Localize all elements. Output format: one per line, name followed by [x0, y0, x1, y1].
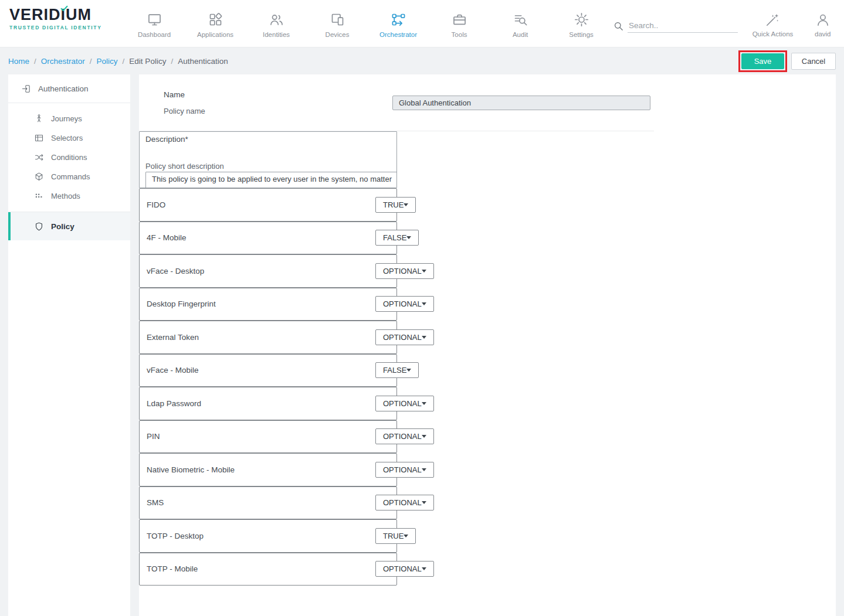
select-value: OPTIONAL — [383, 564, 422, 573]
desktop-fingerprint-select[interactable]: OPTIONAL — [375, 296, 434, 312]
breadcrumb-policy[interactable]: Policy — [97, 57, 118, 66]
name-input[interactable] — [392, 96, 650, 110]
field-labels: vFace - Mobile — [147, 366, 375, 375]
select-value: TRUE — [383, 200, 404, 209]
chevron-down-icon — [422, 435, 426, 438]
field-label: Desktop Fingerprint — [147, 300, 375, 308]
sidebar-header-authentication[interactable]: Authentication — [8, 74, 130, 103]
breadcrumb-separator: / — [123, 57, 125, 66]
field-labels: Desktop Fingerprint — [147, 300, 375, 308]
dashboard-icon — [147, 12, 162, 28]
vface-desktop-select[interactable]: OPTIONAL — [375, 263, 434, 279]
chevron-down-icon — [422, 468, 426, 471]
field-label: TOTP - Mobile — [147, 564, 375, 573]
sidebar-item-selectors[interactable]: Selectors — [8, 128, 130, 148]
audit-icon — [513, 12, 528, 28]
4f-mobile-select[interactable]: FALSE — [375, 230, 419, 246]
page-actions: Save Cancel — [738, 50, 836, 72]
sidebar-header-label: Authentication — [38, 84, 89, 93]
chevron-down-icon — [404, 203, 408, 206]
primary-nav: DashboardApplicationsIdentitiesDevicesOr… — [124, 0, 612, 47]
nav-item-identities[interactable]: Identities — [246, 0, 307, 47]
field-row-totp-mobile: TOTP - MobileOPTIONAL — [139, 553, 397, 586]
cancel-button[interactable]: Cancel — [791, 53, 836, 70]
quick-actions-button[interactable]: Quick Actions — [744, 0, 801, 47]
sidebar-item-commands[interactable]: Commands — [8, 167, 130, 186]
nav-item-label: Applications — [197, 31, 233, 38]
breadcrumb-authentication: Authentication — [178, 57, 228, 66]
select-value: OPTIONAL — [383, 432, 422, 441]
field-label: FIDO — [147, 200, 375, 209]
brand-logo[interactable]: VERIDIUM TRUSTED DIGITAL IDENTITY — [0, 0, 124, 47]
search-input[interactable] — [628, 19, 738, 33]
breadcrumb-separator: / — [90, 57, 92, 66]
sidebar-item-label: Methods — [51, 192, 80, 200]
description-textarea[interactable]: This policy is going to be applied to ev… — [145, 172, 397, 188]
field-labels: vFace - Desktop — [147, 267, 375, 275]
user-menu[interactable]: david — [801, 0, 844, 47]
nav-item-label: Devices — [326, 31, 350, 38]
nav-item-label: Tools — [452, 31, 467, 38]
nav-item-orchestrator[interactable]: Orchestrator — [368, 0, 429, 47]
chevron-down-icon — [422, 336, 426, 339]
select-value: OPTIONAL — [383, 465, 422, 474]
totp-desktop-select[interactable]: TRUE — [375, 528, 416, 544]
vface-mobile-select[interactable]: FALSE — [375, 362, 419, 378]
field-labels: 4F - Mobile — [147, 233, 375, 242]
breadcrumb-orchestrator[interactable]: Orchestrator — [41, 57, 85, 66]
authentication-icon — [21, 84, 31, 94]
fido-select[interactable]: TRUE — [375, 197, 416, 213]
nav-item-dashboard[interactable]: Dashboard — [124, 0, 185, 47]
breadcrumb-separator: / — [34, 57, 36, 66]
user-name-label: david — [815, 30, 831, 38]
identities-icon — [269, 12, 284, 28]
sidebar-item-label: Policy — [51, 222, 74, 231]
nav-item-label: Audit — [513, 31, 528, 38]
nav-item-tools[interactable]: Tools — [429, 0, 490, 47]
field-labels: Description*Policy short description — [145, 134, 391, 172]
external-token-select[interactable]: OPTIONAL — [375, 329, 434, 345]
chevron-down-icon — [422, 402, 426, 405]
field-labels: TOTP - Desktop — [147, 532, 375, 540]
nav-item-label: Dashboard — [138, 31, 171, 38]
ldap-password-select[interactable]: OPTIONAL — [375, 396, 434, 411]
nav-item-devices[interactable]: Devices — [307, 0, 368, 47]
breadcrumb: Home/Orchestrator/Policy/Edit Policy/Aut… — [8, 57, 228, 66]
field-labels: PIN — [147, 432, 375, 441]
top-header: VERIDIUM TRUSTED DIGITAL IDENTITY Dashbo… — [0, 0, 844, 47]
sidebar-item-conditions[interactable]: Conditions — [8, 148, 130, 167]
sidebar-item-policy[interactable]: Policy — [8, 212, 130, 240]
native-biometric-mobile-select[interactable]: OPTIONAL — [375, 462, 434, 478]
settings-icon — [574, 12, 589, 28]
field-row-pin: PINOPTIONAL — [139, 420, 397, 454]
search-box — [613, 0, 744, 47]
field-labels: Native Biometric - Mobile — [147, 465, 375, 474]
policy-form: NamePolicy nameDescription*Policy short … — [139, 74, 836, 616]
field-labels: FIDO — [147, 200, 375, 209]
nav-item-audit[interactable]: Audit — [490, 0, 551, 47]
selectors-icon — [34, 133, 44, 143]
sidebar-item-journeys[interactable]: Journeys — [8, 109, 130, 128]
save-highlight-annotation: Save — [738, 50, 787, 72]
sidebar-item-label: Selectors — [51, 134, 83, 142]
field-labels: SMS — [147, 498, 375, 507]
search-icon[interactable] — [613, 21, 624, 32]
field-row-ldap-password: Ldap PasswordOPTIONAL — [139, 387, 397, 420]
nav-item-applications[interactable]: Applications — [185, 0, 246, 47]
breadcrumb-home[interactable]: Home — [8, 57, 29, 66]
pin-select[interactable]: OPTIONAL — [375, 428, 434, 444]
field-label: External Token — [147, 333, 375, 342]
save-button[interactable]: Save — [741, 53, 784, 69]
field-row-name: NamePolicy name — [139, 74, 654, 131]
chevron-down-icon — [422, 270, 426, 273]
brand-wordmark: VERIDIUM — [9, 7, 124, 23]
brand-name: VERIDIUM — [9, 6, 91, 23]
totp-mobile-select[interactable]: OPTIONAL — [375, 561, 434, 577]
sidebar-items: JourneysSelectorsConditionsCommandsMetho… — [8, 103, 130, 212]
sidebar-item-methods[interactable]: Methods — [8, 186, 130, 206]
select-value: FALSE — [383, 233, 406, 242]
user-icon — [815, 12, 831, 28]
nav-item-settings[interactable]: Settings — [551, 0, 612, 47]
sms-select[interactable]: OPTIONAL — [375, 495, 434, 511]
field-label: SMS — [147, 498, 375, 507]
